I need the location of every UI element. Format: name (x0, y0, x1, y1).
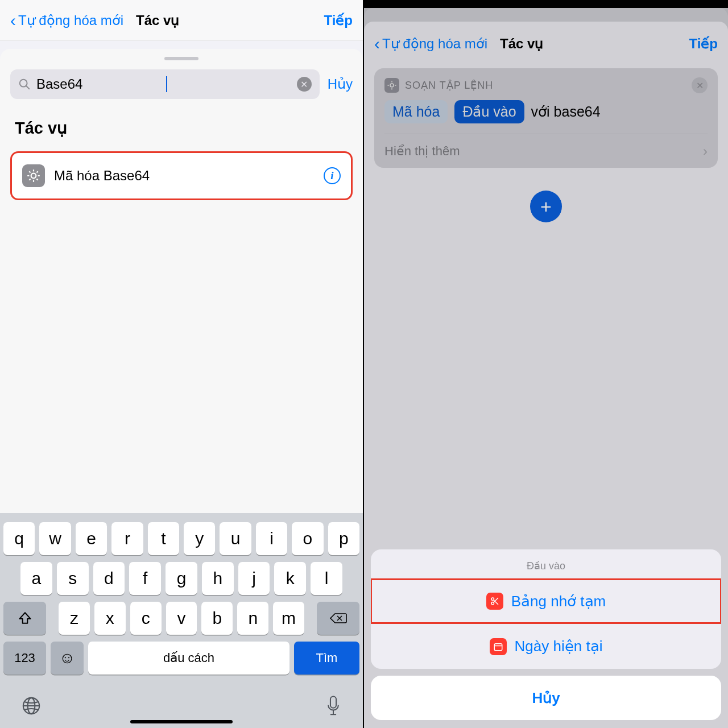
home-indicator[interactable] (130, 720, 233, 723)
key-z[interactable]: z (59, 602, 90, 635)
key-a[interactable]: a (20, 562, 52, 595)
key-b[interactable]: b (201, 602, 233, 635)
key-h[interactable]: h (202, 562, 234, 595)
menu-item-label: Ngày hiện tại (515, 638, 603, 655)
keyboard: qwertyuiop asdfghjkl zxcvbnm 123 ☺ dấu c… (0, 513, 363, 728)
key-e[interactable]: e (76, 522, 107, 555)
key-q[interactable]: q (3, 522, 35, 555)
backspace-key[interactable] (317, 602, 359, 635)
key-v[interactable]: v (166, 602, 197, 635)
key-l[interactable]: l (311, 562, 342, 595)
left-screenshot: ‹ Tự động hóa mới Tác vụ Tiếp Base64 ✕ H… (0, 0, 364, 728)
scissors-icon (486, 593, 503, 610)
key-o[interactable]: o (292, 522, 323, 555)
nav-bar: ‹ Tự động hóa mới Tác vụ Tiếp (0, 0, 363, 41)
back-button[interactable]: ‹ Tự động hóa mới (10, 11, 123, 30)
info-icon[interactable]: i (324, 167, 341, 184)
globe-icon[interactable] (22, 696, 41, 715)
search-icon (18, 78, 31, 90)
key-p[interactable]: p (328, 522, 359, 555)
search-key[interactable]: Tìm (294, 642, 359, 675)
svg-line-10 (36, 171, 38, 172)
search-input-text: Base64 (36, 76, 166, 92)
result-item-base64[interactable]: Mã hóa Base64 i (12, 153, 351, 198)
search-field[interactable]: Base64 ✕ (10, 69, 320, 99)
key-m[interactable]: m (273, 602, 304, 635)
svg-rect-16 (330, 697, 336, 708)
cancel-search-button[interactable]: Hủy (328, 76, 353, 92)
menu-item-current-date[interactable]: Ngày hiện tại (371, 623, 721, 669)
svg-line-9 (29, 179, 30, 180)
text-cursor (166, 76, 167, 92)
calendar-icon (490, 638, 507, 655)
key-i[interactable]: i (256, 522, 287, 555)
chevron-left-icon: ‹ (10, 11, 16, 30)
key-n[interactable]: n (237, 602, 268, 635)
key-f[interactable]: f (129, 562, 161, 595)
search-results-list: Mã hóa Base64 i (10, 151, 353, 200)
key-x[interactable]: x (94, 602, 126, 635)
svg-line-1 (26, 86, 30, 89)
right-screenshot: ‹ Tự động hóa mới Tác vụ Tiếp SOẠN TẬP L… (364, 0, 728, 728)
key-d[interactable]: d (93, 562, 125, 595)
search-row: Base64 ✕ Hủy (0, 60, 363, 104)
shift-key[interactable] (3, 602, 46, 635)
key-s[interactable]: s (57, 562, 89, 595)
action-sheet-cancel[interactable]: Hủy (371, 676, 721, 720)
key-g[interactable]: g (166, 562, 197, 595)
key-r[interactable]: r (111, 522, 143, 555)
key-j[interactable]: j (238, 562, 270, 595)
action-sheet-title: Đầu vào (371, 549, 721, 579)
svg-rect-28 (494, 643, 502, 650)
menu-item-clipboard[interactable]: Bảng nhớ tạm (371, 578, 721, 624)
result-item-label: Mã hóa Base64 (54, 168, 315, 184)
next-button[interactable]: Tiếp (324, 13, 353, 28)
key-t[interactable]: t (148, 522, 179, 555)
nav-title: Tác vụ (136, 13, 179, 28)
numbers-key[interactable]: 123 (3, 642, 46, 675)
key-u[interactable]: u (220, 522, 251, 555)
gear-icon (22, 164, 45, 187)
key-k[interactable]: k (274, 562, 306, 595)
svg-point-2 (31, 173, 36, 179)
section-title: Tác vụ (0, 104, 363, 143)
svg-line-7 (29, 171, 30, 172)
space-key[interactable]: dấu cách (88, 642, 289, 675)
emoji-key[interactable]: ☺ (51, 642, 84, 675)
action-sheet: Đầu vào Bảng nhớ tạm Ngày hiện tại Hủy (371, 549, 721, 720)
clear-search-button[interactable]: ✕ (297, 77, 312, 92)
menu-item-label: Bảng nhớ tạm (511, 593, 606, 610)
action-sheet-group: Đầu vào Bảng nhớ tạm Ngày hiện tại (371, 549, 721, 669)
back-label: Tự động hóa mới (18, 13, 123, 28)
key-c[interactable]: c (130, 602, 162, 635)
key-y[interactable]: y (184, 522, 215, 555)
svg-line-8 (36, 179, 38, 180)
key-w[interactable]: w (39, 522, 71, 555)
mic-icon[interactable] (325, 695, 341, 717)
